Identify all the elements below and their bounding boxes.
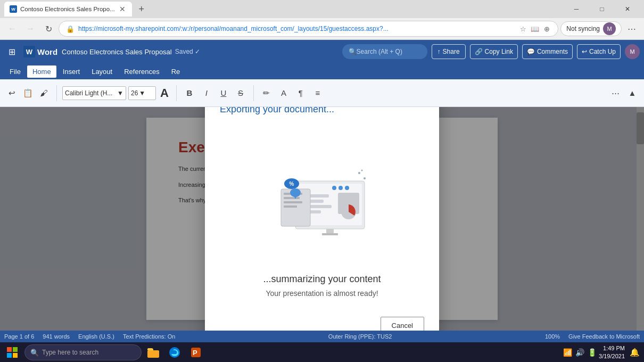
svg-point-19 (345, 186, 349, 190)
not-syncing-button[interactable]: Not syncing M (560, 21, 622, 36)
word-app-bar: ⊞ W Word Contoso Electronics Sales Propo… (0, 40, 644, 63)
clipboard-button[interactable]: 📋 (20, 86, 35, 101)
taskbar-time[interactable]: 1:49 PM 3/19/2021 (599, 344, 625, 361)
svg-rect-29 (147, 350, 159, 358)
forward-button[interactable]: → (22, 21, 38, 37)
read-aloud-icon[interactable]: 📖 (530, 24, 540, 34)
search-icon: 🔍 (349, 48, 357, 55)
font-format-a[interactable]: A (160, 86, 169, 100)
copy-link-button[interactable]: 🔗 Copy Link (470, 44, 518, 59)
outer-ring: Outer Ring (PPE): TUS2 (328, 333, 392, 340)
export-dialog: Exporting your document... (205, 107, 439, 331)
taskbar-file-explorer[interactable] (144, 343, 163, 362)
underline-button[interactable]: U (216, 86, 231, 101)
favorites-icon[interactable]: ☆ (518, 24, 528, 34)
svg-point-18 (338, 186, 343, 190)
word-icon: W (23, 46, 35, 57)
share-icon: ↑ (437, 48, 441, 55)
page-count: Page 1 of 6 (4, 333, 34, 340)
notification-button[interactable]: 🔔 (627, 345, 642, 360)
volume-icon[interactable]: 🔊 (575, 348, 584, 357)
wifi-icon[interactable]: 📶 (563, 348, 572, 357)
new-tab-button[interactable]: + (134, 2, 149, 17)
share-button[interactable]: ↑ Share (432, 44, 466, 59)
menu-home[interactable]: Home (27, 65, 56, 78)
ribbon-separator-2 (176, 85, 177, 101)
modal-text-section: ...summarizing your content Your present… (205, 269, 439, 308)
doc-title: Contoso Electronics Sales Proposal (62, 48, 172, 56)
undo-button[interactable]: ↩ (4, 86, 19, 101)
maximize-button[interactable]: □ (590, 1, 614, 18)
minimize-button[interactable]: ─ (564, 1, 589, 18)
text-predictions: Text Predictions: On (123, 333, 175, 340)
svg-text:P: P (193, 349, 197, 357)
modal-header: Exporting your document... (205, 107, 439, 121)
close-button[interactable]: ✕ (615, 1, 640, 18)
font-selector[interactable]: Calibri Light (H... ▼ (62, 86, 126, 100)
font-color-button[interactable]: A (276, 86, 291, 101)
font-size-selector[interactable]: 26 ▼ (128, 86, 156, 100)
line-spacing-button[interactable]: ≡ (310, 86, 325, 101)
format-painter-button[interactable]: 🖌 (36, 86, 51, 101)
strikethrough-button[interactable]: S (233, 86, 248, 101)
font-size-dropdown-icon: ▼ (139, 89, 145, 97)
browser-more-button[interactable]: ⋯ (624, 21, 640, 37)
ribbon-collapse-button[interactable]: ▲ (625, 86, 640, 101)
tab-title: Contoso Electronics Sales Propo... (20, 6, 115, 12)
svg-rect-12 (284, 205, 297, 208)
address-text: https://microsoft-my.sharepoint.com/:w:/… (78, 25, 515, 32)
italic-button[interactable]: I (199, 86, 214, 101)
taskbar-search[interactable]: 🔍 Type here to search (24, 344, 142, 360)
modal-footer: Cancel (205, 308, 439, 331)
windows-logo-icon (7, 347, 18, 358)
not-syncing-label: Not syncing (566, 25, 600, 32)
menu-review[interactable]: Re (166, 65, 186, 78)
address-bar[interactable]: 🔒 https://microsoft-my.sharepoint.com/:w… (59, 21, 558, 37)
word-ribbon: ↩ 📋 🖌 Calibri Light (H... ▼ 26 ▼ A B I U… (0, 79, 644, 107)
battery-icon[interactable]: 🔋 (588, 348, 597, 357)
ribbon-undo-group: ↩ 📋 🖌 (4, 86, 51, 101)
refresh-button[interactable]: ↻ (40, 21, 56, 37)
menu-file[interactable]: File (4, 65, 26, 78)
svg-rect-11 (284, 201, 302, 203)
ribbon-more-button[interactable]: ⋯ (608, 86, 623, 101)
notification-icon: 🔔 (630, 348, 640, 357)
doc-saved-status: Saved ✓ (175, 48, 200, 55)
taskbar-search-icon: 🔍 (30, 349, 39, 357)
apps-grid-icon[interactable]: ⊞ (4, 44, 19, 59)
highlight-button[interactable]: ✏ (259, 86, 274, 101)
back-button[interactable]: ← (4, 21, 20, 37)
bold-button[interactable]: B (182, 86, 197, 101)
browser-tab[interactable]: W Contoso Electronics Sales Propo... ✕ (4, 2, 132, 17)
lock-icon: 🔒 (65, 24, 75, 34)
catch-up-button[interactable]: ↩ Catch Up (577, 44, 621, 59)
feedback-link[interactable]: Give Feedback to Microsoft (568, 333, 640, 340)
extensions-icon[interactable]: ⊕ (542, 24, 551, 34)
svg-point-24 (361, 169, 363, 171)
taskbar-search-text: Type here to search (42, 349, 98, 356)
word-search-box[interactable]: 🔍 Search (Alt + Q) (342, 44, 427, 59)
word-user-avatar[interactable]: M (625, 44, 640, 59)
menu-layout[interactable]: Layout (86, 65, 118, 78)
word-count: 941 words (43, 333, 70, 340)
word-menu-bar: File Home Insert Layout References Re (0, 63, 644, 79)
comments-button[interactable]: 💬 Comments (522, 44, 573, 59)
svg-rect-27 (7, 353, 12, 358)
svg-rect-26 (13, 347, 18, 352)
tab-close-button[interactable]: ✕ (118, 5, 127, 13)
svg-point-22 (358, 172, 360, 174)
browser-title-bar: W Contoso Electronics Sales Propo... ✕ +… (0, 0, 644, 18)
start-button[interactable] (2, 342, 22, 362)
modal-illustration: % (205, 121, 439, 269)
comments-icon: 💬 (527, 48, 535, 55)
browser-nav-bar: ← → ↻ 🔒 https://microsoft-my.sharepoint.… (0, 18, 644, 39)
cancel-button[interactable]: Cancel (381, 317, 424, 331)
font-size-value: 26 (131, 89, 138, 97)
word-status-bar: Page 1 of 6 941 words English (U.S.) Tex… (0, 331, 644, 342)
taskbar-powerpoint[interactable]: P (186, 343, 205, 362)
paragraph-marks-button[interactable]: ¶ (293, 86, 308, 101)
menu-insert[interactable]: Insert (57, 65, 86, 78)
menu-references[interactable]: References (119, 65, 164, 78)
taskbar-edge[interactable] (165, 343, 184, 362)
export-illustration: % (266, 154, 378, 237)
